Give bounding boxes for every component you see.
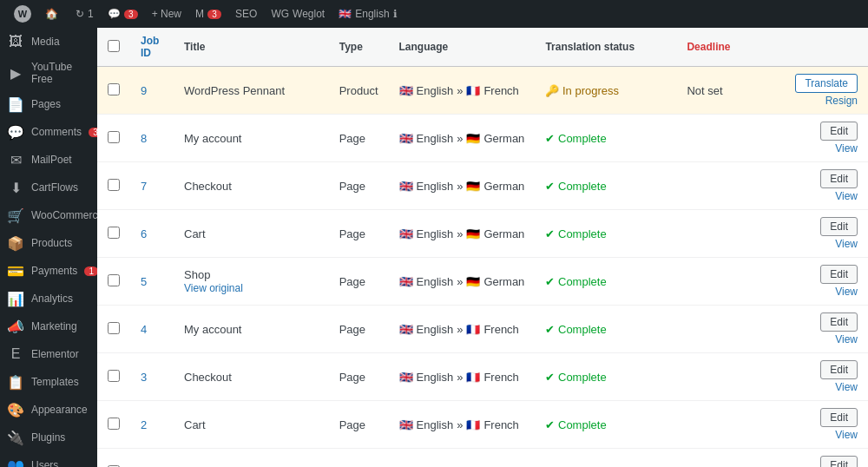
sidebar-item-templates[interactable]: 📋 Templates: [0, 368, 97, 396]
user-greeting[interactable]: [847, 0, 861, 28]
comments-link[interactable]: 💬 3: [101, 0, 145, 28]
sidebar-item-appearance[interactable]: 🎨 Appearance: [0, 396, 97, 424]
appearance-icon: 🎨: [7, 401, 24, 418]
sidebar-item-label: WooCommerce: [31, 209, 97, 221]
marketing-icon: 📣: [7, 318, 24, 335]
select-all-checkbox[interactable]: [108, 40, 120, 52]
edit-button[interactable]: Edit: [820, 456, 858, 467]
view-link[interactable]: View: [835, 142, 858, 155]
row-checkbox[interactable]: [108, 179, 120, 191]
view-link[interactable]: View: [835, 286, 858, 298]
target-language: French: [483, 84, 518, 97]
table-row: 3CheckoutPage 🇬🇧 English » 🇫🇷 French ✔ C…: [97, 353, 868, 401]
row-checkbox[interactable]: [108, 370, 120, 382]
edit-button[interactable]: Edit: [820, 360, 858, 379]
action-cell: EditView: [766, 456, 858, 467]
target-flag-icon: 🇫🇷: [466, 371, 480, 384]
target-flag-icon: 🇩🇪: [466, 227, 480, 240]
sidebar-item-payments[interactable]: 💳 Payments 1: [0, 257, 97, 285]
language-pair: 🇬🇧 English » 🇫🇷 French: [399, 418, 525, 431]
sidebar-item-label: YouTube Free: [31, 61, 90, 85]
sidebar-item-cartflows[interactable]: ⬇ CartFlows: [0, 174, 97, 201]
table-row: 7CheckoutPage 🇬🇧 English » 🇩🇪 German ✔ C…: [97, 162, 868, 210]
sidebar-item-label: Templates: [31, 376, 79, 388]
sidebar-item-comments[interactable]: 💬 Comments 3: [0, 118, 97, 146]
target-language: German: [483, 132, 524, 145]
sidebar-item-users[interactable]: 👥 Users: [0, 451, 97, 467]
target-language: French: [483, 371, 518, 384]
job-id-link[interactable]: 2: [141, 418, 147, 431]
view-original-link[interactable]: View original: [184, 282, 243, 294]
weglot-label: Weglot: [293, 8, 325, 20]
site-name-link[interactable]: 🏠: [38, 0, 69, 28]
job-type: Page: [339, 227, 365, 240]
sidebar-item-elementor[interactable]: E Elementor: [0, 340, 97, 368]
sidebar-item-mailpoet[interactable]: ✉ MailPoet: [0, 146, 97, 174]
view-link[interactable]: View: [835, 429, 858, 441]
wp-logo-link[interactable]: W: [7, 0, 38, 28]
templates-icon: 📋: [7, 373, 24, 391]
job-id-link[interactable]: 5: [141, 275, 147, 288]
edit-button[interactable]: Edit: [820, 169, 858, 188]
sidebar-item-woocommerce[interactable]: 🛒 WooCommerce: [0, 201, 97, 229]
sidebar-item-analytics[interactable]: 📊 Analytics: [0, 285, 97, 312]
row-checkbox[interactable]: [108, 274, 120, 286]
row-checkbox[interactable]: [108, 322, 120, 334]
new-link[interactable]: + New: [145, 0, 188, 28]
target-language: German: [483, 227, 524, 240]
job-id-link[interactable]: 4: [141, 323, 147, 336]
sidebar-item-label: Payments: [31, 265, 77, 277]
job-id-link[interactable]: 8: [141, 132, 147, 145]
sidebar-item-label: CartFlows: [31, 181, 78, 194]
elementor-icon: E: [7, 345, 24, 363]
sidebar-item-pages[interactable]: 📄 Pages: [0, 90, 97, 118]
view-link[interactable]: View: [835, 238, 858, 250]
sidebar-item-marketing[interactable]: 📣 Marketing: [0, 312, 97, 340]
target-flag-icon: 🇫🇷: [466, 323, 480, 336]
view-link[interactable]: View: [835, 333, 858, 345]
view-link[interactable]: View: [835, 190, 858, 202]
edit-button[interactable]: Edit: [820, 312, 858, 332]
job-id-link[interactable]: 9: [141, 84, 147, 97]
deadline-column-header[interactable]: Deadline: [676, 28, 755, 67]
source-flag-icon: 🇬🇧: [399, 180, 413, 193]
row-checkbox[interactable]: [108, 418, 120, 430]
edit-button[interactable]: Edit: [820, 265, 858, 284]
source-language: English: [417, 275, 454, 288]
sidebar-item-media[interactable]: 🖼 Media: [0, 28, 97, 56]
job-id-link[interactable]: 3: [141, 371, 147, 384]
view-link[interactable]: View: [835, 381, 858, 393]
edit-button[interactable]: Edit: [820, 217, 858, 236]
row-checkbox[interactable]: [108, 227, 120, 239]
job-id-column-header[interactable]: Job ID: [130, 28, 174, 67]
row-checkbox[interactable]: [108, 83, 120, 95]
updates-count: 1: [88, 8, 94, 20]
edit-button[interactable]: Edit: [820, 408, 858, 427]
sidebar-item-youtube[interactable]: ▶ YouTube Free: [0, 56, 97, 90]
seo-link[interactable]: SEO: [228, 0, 264, 28]
language-label: English: [355, 8, 389, 20]
arrow-icon: »: [457, 323, 463, 336]
yoast-link[interactable]: M 3: [188, 0, 228, 28]
edit-button[interactable]: Edit: [820, 122, 858, 141]
job-title: Shop: [184, 268, 210, 281]
arrow-icon: »: [457, 275, 463, 288]
action-cell: EditView: [766, 408, 858, 441]
deadline-value: Not set: [687, 84, 722, 97]
translation-status: ✔ Complete: [545, 132, 606, 145]
sidebar-item-products[interactable]: 📦 Products: [0, 229, 97, 257]
language-link[interactable]: 🇬🇧 English ℹ: [332, 0, 404, 28]
weglot-link[interactable]: WG Weglot: [264, 0, 332, 28]
updates-link[interactable]: ↻ 1: [69, 0, 101, 28]
target-flag-icon: 🇩🇪: [466, 275, 480, 288]
youtube-icon: ▶: [7, 64, 24, 82]
products-icon: 📦: [7, 234, 24, 252]
job-id-link[interactable]: 7: [141, 180, 147, 193]
language-flag-icon: 🇬🇧: [339, 8, 352, 20]
job-id-link[interactable]: 6: [141, 227, 147, 240]
translate-button[interactable]: Translate: [795, 74, 858, 93]
job-type: Page: [339, 371, 365, 384]
row-checkbox[interactable]: [108, 131, 120, 143]
sidebar-item-plugins[interactable]: 🔌 Plugins: [0, 424, 97, 451]
resign-link[interactable]: Resign: [825, 95, 858, 107]
